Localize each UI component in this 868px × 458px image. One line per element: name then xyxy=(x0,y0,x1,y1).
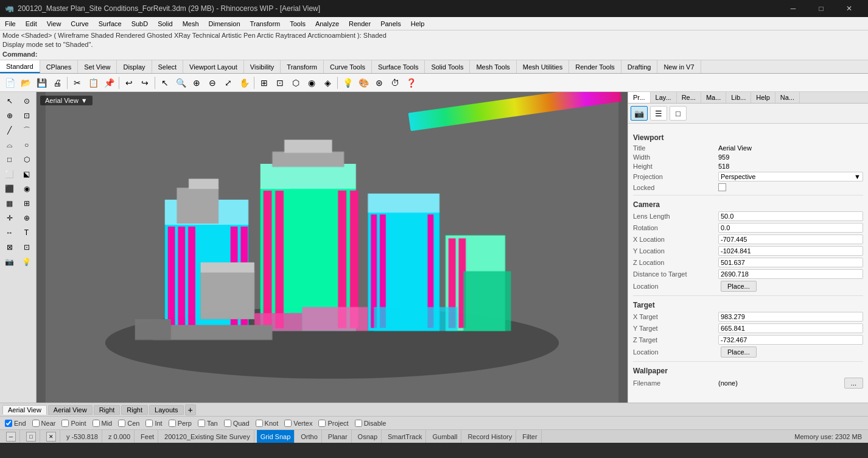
line-button[interactable]: ╱ xyxy=(2,124,18,137)
osnap-perp-checkbox[interactable] xyxy=(169,420,176,427)
minimize-button[interactable]: ─ xyxy=(779,0,807,17)
osnap-quad-checkbox[interactable] xyxy=(224,420,231,427)
osnap-end-checkbox[interactable] xyxy=(5,420,12,427)
location-place-btn2[interactable]: Place... xyxy=(721,347,757,358)
osnap-knot[interactable]: Knot xyxy=(253,420,281,427)
window-close-btn[interactable]: ✕ xyxy=(46,432,56,442)
select-sub-button[interactable]: ⊙ xyxy=(19,94,35,108)
planar-button[interactable]: Planar xyxy=(324,430,352,443)
zloc-input[interactable] xyxy=(718,258,863,267)
point-cloud-button[interactable]: ⊡ xyxy=(19,109,35,122)
open-button[interactable]: 📂 xyxy=(18,76,33,90)
tab-viewport-layout[interactable]: Viewport Layout xyxy=(183,60,244,73)
rp-tab-libraries[interactable]: Lib... xyxy=(726,92,751,103)
osnap-toggle-button[interactable]: ⊡ xyxy=(19,241,35,254)
osnap-mid-checkbox[interactable] xyxy=(93,420,100,427)
osnap-mid[interactable]: Mid xyxy=(90,420,115,427)
circle-button[interactable]: ○ xyxy=(19,138,35,152)
render-button[interactable]: ◈ xyxy=(320,76,335,90)
point-button[interactable]: ⊕ xyxy=(2,109,18,122)
zoom-out-button[interactable]: ⊖ xyxy=(205,76,220,90)
patch-button[interactable]: ⬕ xyxy=(19,167,35,181)
osnap-knot-checkbox[interactable] xyxy=(256,420,263,427)
camera-icon-button[interactable]: 📷 xyxy=(631,106,648,121)
vp-tab-aerial2[interactable]: Aerial View xyxy=(48,405,93,415)
menu-item-tools[interactable]: Tools xyxy=(285,17,310,30)
osnap-near-checkbox[interactable] xyxy=(32,420,40,427)
layers-icon-button[interactable]: ☰ xyxy=(650,106,667,121)
menu-item-subd[interactable]: SubD xyxy=(127,17,153,30)
close-button[interactable]: ✕ xyxy=(835,0,863,17)
tab-surface-tools[interactable]: Surface Tools xyxy=(372,60,425,73)
osnap-point[interactable]: Point xyxy=(59,420,88,427)
menu-item-panels[interactable]: Panels xyxy=(376,17,406,30)
box-button[interactable]: ⬛ xyxy=(2,182,18,196)
new-button[interactable]: 📄 xyxy=(2,76,17,90)
viewport-label[interactable]: Aerial View ▼ xyxy=(40,96,93,105)
light-button[interactable]: 💡 xyxy=(340,76,355,90)
polygon-button[interactable]: ⬡ xyxy=(19,153,35,166)
filter-button[interactable]: Filter xyxy=(519,430,541,443)
wireframe-button[interactable]: ⬡ xyxy=(289,76,303,90)
menu-item-surface[interactable]: Surface xyxy=(94,17,127,30)
maximize-button[interactable]: □ xyxy=(807,0,835,17)
help-button[interactable]: ❓ xyxy=(404,76,418,90)
dim-button[interactable]: ↔ xyxy=(2,226,18,239)
menu-item-analyze[interactable]: Analyze xyxy=(310,17,344,30)
ytarget-input[interactable] xyxy=(718,323,863,333)
gumball-button[interactable]: ⊛ xyxy=(372,76,387,90)
osnap-quad[interactable]: Quad xyxy=(222,420,252,427)
gumball-button-status[interactable]: Gumball xyxy=(429,430,461,443)
ortho-button[interactable]: Ortho xyxy=(297,430,322,443)
osnap-point-checkbox[interactable] xyxy=(61,420,69,427)
move-button[interactable]: ✛ xyxy=(2,211,18,225)
square-icon-button[interactable]: □ xyxy=(670,106,687,121)
osnap-int-checkbox[interactable] xyxy=(145,420,153,427)
rp-tab-named[interactable]: Na... xyxy=(775,92,800,103)
tab-select[interactable]: Select xyxy=(152,60,184,73)
rp-tab-layers[interactable]: Lay... xyxy=(651,92,677,103)
smarttrack-button[interactable]: SmartTrack xyxy=(384,430,426,443)
yloc-input[interactable] xyxy=(718,246,863,256)
osnap-tan-checkbox[interactable] xyxy=(198,420,205,427)
osnap-project-checkbox[interactable] xyxy=(318,420,326,427)
arc-button[interactable]: ⌓ xyxy=(2,138,18,152)
window-min-btn[interactable]: ─ xyxy=(6,432,16,442)
rp-tab-materials[interactable]: Ma... xyxy=(701,92,726,103)
menu-item-mesh[interactable]: Mesh xyxy=(178,17,204,30)
osnap-cen[interactable]: Cen xyxy=(116,420,142,427)
osnap-button[interactable]: Osnap xyxy=(354,430,382,443)
window-restore-btn[interactable]: □ xyxy=(26,432,36,442)
menu-item-view[interactable]: View xyxy=(42,17,66,30)
grid-snap-button[interactable]: Grid Snap xyxy=(257,430,295,443)
xtarget-input[interactable] xyxy=(718,312,863,322)
tab-render-tools[interactable]: Render Tools xyxy=(569,60,621,73)
text-button[interactable]: T xyxy=(19,226,35,239)
redo-button[interactable]: ↪ xyxy=(138,76,152,90)
tab-cplanes[interactable]: CPlanes xyxy=(40,60,79,73)
zoom-button[interactable]: 🔍 xyxy=(173,76,188,90)
osnap-near[interactable]: Near xyxy=(30,420,58,427)
vp-tab-aerial1[interactable]: Aerial View xyxy=(2,405,47,415)
osnap-tan[interactable]: Tan xyxy=(195,420,220,427)
tab-solid-tools[interactable]: Solid Tools xyxy=(425,60,470,73)
polyline-button[interactable]: ⌒ xyxy=(19,124,35,137)
rp-tab-render[interactable]: Re... xyxy=(677,92,701,103)
osnap-perp[interactable]: Perp xyxy=(166,420,194,427)
grid-button[interactable]: ⊞ xyxy=(257,76,271,90)
tab-display[interactable]: Display xyxy=(117,60,152,73)
tab-set-view[interactable]: Set View xyxy=(78,60,117,73)
cut-button[interactable]: ✂ xyxy=(70,76,85,90)
location-place-btn1[interactable]: Place... xyxy=(721,281,757,292)
undo-button[interactable]: ↩ xyxy=(122,76,136,90)
camera-button[interactable]: 📷 xyxy=(2,255,18,269)
ztarget-input[interactable] xyxy=(718,335,863,345)
viewport-area[interactable]: Aerial View ▼ xyxy=(37,92,628,403)
tab-drafting[interactable]: Drafting xyxy=(621,60,658,73)
paste-button[interactable]: 📌 xyxy=(102,76,116,90)
tab-mesh-utilities[interactable]: Mesh Utilities xyxy=(517,60,569,73)
light-left-button[interactable]: 💡 xyxy=(19,255,35,269)
menu-item-help[interactable]: Help xyxy=(406,17,430,30)
menu-item-dimension[interactable]: Dimension xyxy=(204,17,245,30)
zoom-in-button[interactable]: ⊕ xyxy=(189,76,204,90)
